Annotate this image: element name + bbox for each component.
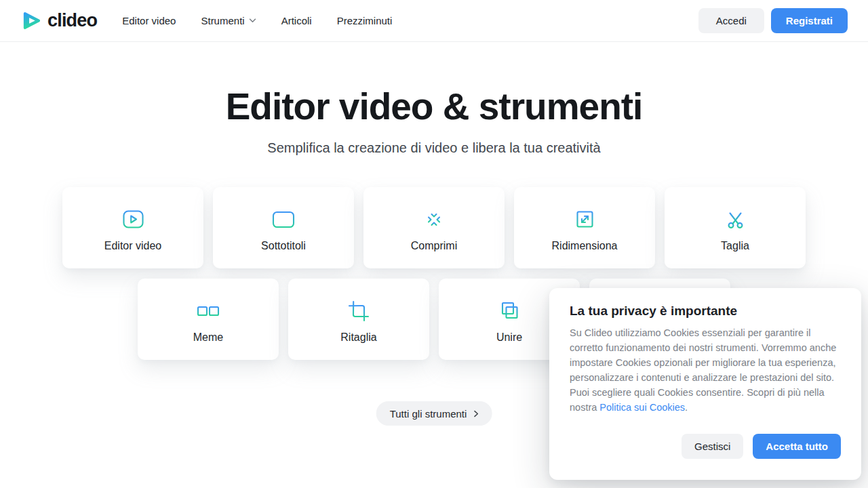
cookie-policy-link[interactable]: Politica sui Cookies bbox=[599, 402, 685, 413]
tool-label: Comprimi bbox=[411, 240, 457, 252]
tool-card-ritaglia[interactable]: Ritaglia bbox=[288, 279, 429, 360]
tool-label: Ridimensiona bbox=[552, 240, 618, 252]
signup-button[interactable]: Registrati bbox=[771, 8, 848, 33]
tool-card-ridimensiona[interactable]: Ridimensiona bbox=[514, 187, 655, 268]
cookie-dialog-title: La tua privacy è importante bbox=[570, 304, 841, 319]
play-logo-icon bbox=[20, 10, 41, 31]
nav-label: Articoli bbox=[281, 15, 312, 26]
tool-label: Meme bbox=[193, 331, 223, 344]
chevron-right-icon bbox=[473, 410, 478, 418]
top-navbar: clideo Editor video Strumenti Articoli P… bbox=[0, 0, 868, 42]
login-button[interactable]: Accedi bbox=[698, 8, 764, 33]
meme-frames-icon bbox=[193, 298, 223, 324]
tool-card-editor-video[interactable]: Editor video bbox=[62, 187, 203, 268]
tool-label: Taglia bbox=[721, 240, 749, 252]
brand-name: clideo bbox=[47, 10, 97, 31]
nav-label: Prezziminuti bbox=[337, 15, 393, 26]
all-tools-label: Tutti gli strumenti bbox=[390, 408, 467, 420]
nav-label: Editor video bbox=[122, 15, 176, 26]
scissors-icon bbox=[724, 207, 747, 232]
cookie-consent-dialog: La tua privacy è importante Su Clideo ut… bbox=[549, 288, 861, 480]
cookie-dialog-actions: Gestisci Accetta tutto bbox=[570, 434, 841, 459]
page-title: Editor video & strumenti bbox=[0, 84, 868, 129]
manage-cookies-button[interactable]: Gestisci bbox=[682, 434, 743, 459]
tool-card-meme[interactable]: Meme bbox=[138, 279, 279, 360]
crop-icon bbox=[348, 298, 370, 324]
clideo-logo[interactable]: clideo bbox=[20, 10, 97, 31]
play-video-icon bbox=[121, 207, 146, 232]
tool-label: Sottotitoli bbox=[261, 240, 306, 252]
cookie-text-suffix: . bbox=[685, 402, 688, 413]
all-tools-button[interactable]: Tutti gli strumenti bbox=[376, 401, 492, 426]
cookie-dialog-text: Su Clideo utilizziamo Cookies essenziali… bbox=[570, 325, 841, 415]
main-nav: Editor video Strumenti Articoli Prezzimi… bbox=[122, 8, 392, 33]
nav-label: Strumenti bbox=[201, 15, 244, 26]
merge-icon bbox=[498, 298, 521, 324]
tool-label: Unire bbox=[496, 331, 522, 344]
nav-editor-video[interactable]: Editor video bbox=[122, 8, 176, 33]
auth-buttons: Accedi Registrati bbox=[698, 8, 848, 33]
resize-icon bbox=[574, 207, 596, 232]
tool-label: Ritaglia bbox=[340, 331, 376, 344]
tool-card-comprimi[interactable]: Comprimi bbox=[363, 187, 505, 268]
tools-row-1: Editor video Sottotitoli bbox=[62, 187, 806, 268]
accept-all-button[interactable]: Accetta tutto bbox=[753, 434, 841, 459]
nav-articoli[interactable]: Articoli bbox=[281, 8, 312, 33]
tool-label: Editor video bbox=[104, 240, 162, 252]
chevron-down-icon bbox=[249, 18, 256, 23]
clideo-homepage: clideo Editor video Strumenti Articoli P… bbox=[0, 0, 868, 488]
nav-strumenti[interactable]: Strumenti bbox=[201, 8, 256, 33]
cookie-text: Su Clideo utilizziamo Cookies essenziali… bbox=[570, 327, 836, 413]
tool-card-taglia[interactable]: Taglia bbox=[665, 187, 806, 268]
compress-icon bbox=[422, 207, 446, 232]
subtitles-icon bbox=[271, 207, 296, 232]
page-subtitle: Semplifica la creazione di video e liber… bbox=[0, 140, 868, 156]
tool-card-sottotitoli[interactable]: Sottotitoli bbox=[213, 187, 354, 268]
nav-prezziminuti[interactable]: Prezziminuti bbox=[337, 8, 393, 33]
